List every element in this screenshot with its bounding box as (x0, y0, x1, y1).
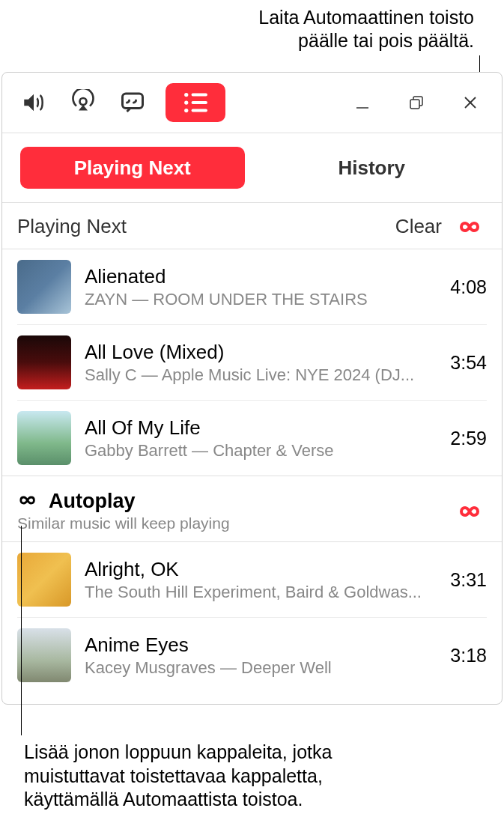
queue-button[interactable] (166, 83, 225, 122)
queue-section-header: Playing Next Clear (2, 203, 502, 249)
autoplay-list: Alright, OK The South Hill Experiment, B… (2, 542, 502, 693)
toolbar (2, 73, 502, 133)
track-duration: 3:18 (450, 645, 487, 666)
callout-bottom-line (21, 526, 22, 735)
album-artwork (17, 335, 71, 389)
volume-icon[interactable] (17, 86, 50, 119)
track-title: Alienated (85, 265, 437, 288)
track-duration: 3:54 (450, 352, 487, 374)
player-window: Playing Next History Playing Next Clear … (1, 72, 503, 705)
tab-playing-next[interactable]: Playing Next (20, 147, 245, 189)
up-next-list: Alienated ZAYN — ROOM UNDER THE STAIRS 4… (2, 249, 502, 476)
section-title-label: Playing Next (17, 215, 395, 238)
tabs: Playing Next History (2, 133, 502, 203)
autoplay-toggle[interactable] (457, 218, 487, 236)
infinity-icon (17, 493, 41, 511)
track-duration: 2:59 (450, 428, 487, 449)
track-duration: 4:08 (450, 276, 487, 298)
album-artwork (17, 260, 71, 314)
track-title: All Love (Mixed) (85, 341, 437, 364)
track-title: Anime Eyes (85, 634, 437, 657)
svg-point-2 (184, 93, 188, 97)
track-subtitle: Sally C — Apple Music Live: NYE 2024 (DJ… (85, 365, 437, 385)
maximize-icon[interactable] (400, 86, 433, 119)
svg-rect-1 (123, 94, 143, 109)
close-icon[interactable] (454, 86, 487, 119)
minimize-icon[interactable] (346, 86, 379, 119)
track-row[interactable]: All Love (Mixed) Sally C — Apple Music L… (17, 325, 487, 401)
svg-point-3 (184, 100, 188, 104)
track-title: All Of My Life (85, 416, 437, 440)
autoplay-section-toggle[interactable] (457, 502, 487, 520)
svg-rect-10 (410, 100, 419, 109)
lyrics-icon[interactable] (116, 86, 149, 119)
autoplay-title-label: Autoplay (49, 490, 136, 513)
track-duration: 3:31 (450, 569, 487, 591)
track-subtitle: ZAYN — ROOM UNDER THE STAIRS (85, 290, 437, 309)
autoplay-subtitle: Similar music will keep playing (17, 514, 457, 532)
track-row[interactable]: All Of My Life Gabby Barrett — Chapter &… (17, 401, 487, 476)
tab-history[interactable]: History (260, 147, 485, 189)
track-title: Alright, OK (85, 558, 437, 581)
track-subtitle: The South Hill Experiment, Baird & Goldw… (85, 583, 437, 602)
airplay-icon[interactable] (67, 86, 100, 119)
album-artwork (17, 628, 71, 682)
autoplay-section-header: Autoplay Similar music will keep playing (2, 476, 502, 542)
track-row[interactable]: Alright, OK The South Hill Experiment, B… (17, 542, 487, 618)
callout-bottom-text: Lisää jonon loppuun kappaleita, jotka mu… (24, 741, 332, 811)
track-row[interactable]: Anime Eyes Kacey Musgraves — Deeper Well… (17, 618, 487, 693)
track-subtitle: Kacey Musgraves — Deeper Well (85, 658, 437, 678)
track-row[interactable]: Alienated ZAYN — ROOM UNDER THE STAIRS 4… (17, 249, 487, 325)
callout-top-text: Laita Automaattinen toisto päälle tai po… (258, 6, 474, 53)
album-artwork (17, 553, 71, 607)
svg-point-0 (80, 98, 87, 105)
svg-point-4 (184, 109, 188, 112)
album-artwork (17, 411, 71, 465)
clear-button[interactable]: Clear (395, 215, 442, 238)
track-subtitle: Gabby Barrett — Chapter & Verse (85, 441, 437, 461)
